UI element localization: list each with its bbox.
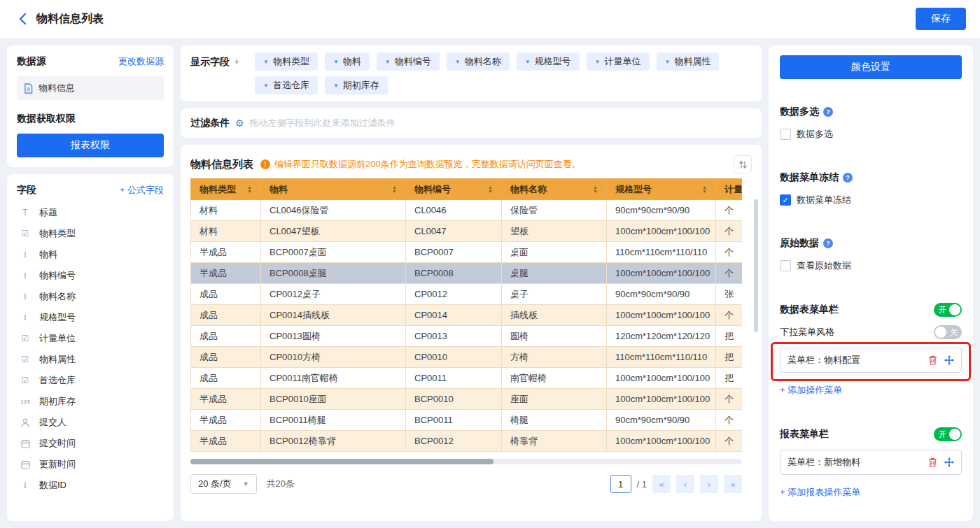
- table-row[interactable]: 成品CP0011南官帽椅CP0011南官帽椅100cm*100cm*100/10…: [191, 368, 743, 389]
- field-item[interactable]: 123期初库存: [17, 391, 164, 412]
- table-row[interactable]: 半成品BCP0007桌面BCP0007桌面110cm*110cm*110/110…: [191, 242, 743, 263]
- save-button[interactable]: 保存: [916, 8, 966, 30]
- field-item[interactable]: I物料名称: [17, 286, 164, 307]
- report-menu-toggle[interactable]: 开: [934, 427, 962, 441]
- horizontal-scrollbar-thumb[interactable]: [190, 459, 493, 464]
- display-field-chip[interactable]: ▼首选仓库: [255, 76, 318, 94]
- table-cell: 110cm*110cm*110/110: [607, 242, 716, 263]
- field-item[interactable]: I物料: [17, 244, 164, 265]
- column-header[interactable]: 物料▲▼: [261, 179, 406, 200]
- table-row[interactable]: 材料CL0047望板CL0047望板100cm*100cm*100/100个: [191, 221, 743, 242]
- column-header-label: 物料编号: [414, 183, 451, 196]
- column-header[interactable]: 物料名称▲▼: [502, 179, 607, 200]
- field-item[interactable]: ☑物料属性: [17, 349, 164, 370]
- column-header[interactable]: 规格型号▲▼: [607, 179, 716, 200]
- freeze-checkbox[interactable]: ✓: [780, 194, 791, 206]
- table-cell: CL0047: [406, 221, 502, 242]
- display-field-chip[interactable]: ▼物料编号: [377, 52, 440, 71]
- report-permission-button[interactable]: 报表权限: [17, 134, 164, 157]
- prev-page-button[interactable]: ‹: [676, 475, 694, 493]
- table-row[interactable]: 半成品BCP0008桌腿BCP0008桌腿100cm*100cm*100/100…: [191, 263, 743, 284]
- table-row[interactable]: 成品CP0014插线板CP0014插线板100cm*100cm*100/100个: [191, 305, 743, 326]
- help-icon[interactable]: ?: [823, 107, 833, 117]
- add-report-action-menu-link[interactable]: + 添加报表操作菜单: [780, 486, 860, 499]
- add-formula-field-link[interactable]: + 公式字段: [120, 184, 164, 197]
- table-row[interactable]: 成品CP0010方椅CP0010方椅110cm*110cm*110/110把: [191, 347, 743, 368]
- table-menu-toggle[interactable]: 开: [934, 303, 962, 317]
- multi-select-checkbox[interactable]: [780, 129, 791, 140]
- display-field-chip[interactable]: ▼规格型号: [517, 52, 580, 71]
- field-item[interactable]: ☑物料类型: [17, 223, 164, 244]
- menu-bar-item-material-config[interactable]: 菜单栏：物料配置: [780, 348, 962, 373]
- column-header-label: 物料名称: [510, 183, 547, 196]
- table-cell: 椅腿: [502, 410, 607, 431]
- freeze-checkbox-row[interactable]: ✓ 数据菜单冻结: [780, 194, 962, 206]
- column-header[interactable]: 物料类型▲▼: [191, 179, 261, 200]
- table-row[interactable]: 材料CL0046保险管CL0046保险管90cm*90cm*90/90个: [191, 200, 743, 221]
- delete-icon[interactable]: [928, 457, 937, 467]
- display-fields-card: 显示字段+ ▼物料类型▼物料▼物料编号▼物料名称▼规格型号▼计量单位▼物料属性▼…: [181, 45, 762, 101]
- field-item[interactable]: 提交人: [17, 412, 164, 433]
- field-item[interactable]: 提交时间: [17, 433, 164, 454]
- display-field-chip[interactable]: ▼物料: [325, 52, 370, 71]
- table-cell: CP0011: [406, 368, 502, 389]
- column-header[interactable]: 物料编号▲▼: [406, 179, 502, 200]
- add-display-field-button[interactable]: +: [234, 56, 239, 67]
- raw-data-checkbox-row[interactable]: 查看原始数据: [780, 259, 962, 272]
- field-item-label: 数据ID: [39, 479, 66, 492]
- field-item[interactable]: I物料编号: [17, 265, 164, 286]
- display-field-chip[interactable]: ▼物料名称: [447, 52, 510, 71]
- table-row[interactable]: 成品CP0013圆椅CP0013圆椅120cm*120cm*120/120把: [191, 326, 743, 347]
- sort-arrows-icon[interactable]: ▲▼: [488, 185, 493, 194]
- display-field-chip-label: 期初库存: [343, 79, 379, 92]
- sort-arrows-icon[interactable]: ▲▼: [593, 185, 598, 194]
- sort-icon[interactable]: [734, 155, 752, 173]
- sort-arrows-icon[interactable]: ▲▼: [702, 185, 707, 194]
- table-cell: 圆椅: [502, 326, 607, 347]
- change-datasource-link[interactable]: 更改数据源: [118, 55, 164, 68]
- delete-icon[interactable]: [928, 355, 937, 365]
- field-item[interactable]: I规格型号: [17, 307, 164, 328]
- table-row[interactable]: 半成品BCP0011椅腿BCP0011椅腿90cm*90cm*90/90个: [191, 410, 743, 431]
- multi-select-checkbox-row[interactable]: 数据多选: [780, 128, 962, 141]
- raw-data-checkbox[interactable]: [780, 260, 791, 271]
- next-page-button[interactable]: ›: [700, 475, 718, 493]
- first-page-button[interactable]: «: [652, 475, 671, 493]
- help-icon[interactable]: ?: [823, 238, 833, 248]
- display-field-chip[interactable]: ▼期初库存: [325, 76, 388, 94]
- field-item[interactable]: ☑首选仓库: [17, 370, 164, 391]
- vertical-scrollbar-thumb[interactable]: [754, 199, 758, 332]
- dropdown-style-toggle[interactable]: 关: [934, 325, 962, 339]
- table-cell: 半成品: [191, 263, 261, 284]
- column-header[interactable]: 计量单位▲▼: [716, 179, 743, 200]
- move-icon[interactable]: [944, 355, 954, 365]
- table-cell: 望板: [502, 221, 607, 242]
- select-field-icon: ☑: [18, 355, 32, 364]
- color-settings-button[interactable]: 颜色设置: [780, 55, 962, 79]
- add-action-menu-link[interactable]: + 添加操作菜单: [780, 384, 842, 397]
- menu-bar-item-new-material[interactable]: 菜单栏：新增物料: [780, 450, 962, 475]
- last-page-button[interactable]: »: [724, 475, 742, 493]
- datasource-item[interactable]: 物料信息: [17, 76, 164, 100]
- sort-arrows-icon[interactable]: ▲▼: [392, 185, 397, 194]
- table-row[interactable]: 半成品BCP0010座面BCP0010座面100cm*100cm*100/100…: [191, 389, 743, 410]
- field-item[interactable]: I数据ID: [17, 475, 164, 496]
- move-icon[interactable]: [944, 457, 954, 467]
- gear-icon[interactable]: ⚙: [235, 117, 244, 129]
- field-item[interactable]: ☑计量单位: [17, 328, 164, 349]
- sort-arrows-icon[interactable]: ▲▼: [247, 185, 252, 194]
- display-field-chip[interactable]: ▼物料类型: [255, 52, 318, 71]
- horizontal-scrollbar[interactable]: [190, 459, 742, 464]
- display-field-chip[interactable]: ▼物料属性: [657, 52, 720, 71]
- help-icon[interactable]: ?: [843, 173, 853, 183]
- page-size-select[interactable]: 20 条/页 ▼: [190, 474, 257, 494]
- field-item[interactable]: 更新时间: [17, 454, 164, 475]
- back-button[interactable]: [14, 10, 31, 27]
- table-row[interactable]: 成品CP0012桌子CP0012桌子90cm*90cm*90/90张: [191, 284, 743, 305]
- table-cell: 个: [716, 221, 743, 242]
- table-row[interactable]: 半成品BCP0012椅靠背BCP0012椅靠背100cm*100cm*100/1…: [191, 431, 743, 452]
- display-field-chip-label: 物料属性: [674, 55, 710, 68]
- display-field-chip[interactable]: ▼计量单位: [587, 52, 650, 71]
- current-page-input[interactable]: 1: [610, 475, 631, 493]
- field-item[interactable]: T标题: [17, 202, 164, 223]
